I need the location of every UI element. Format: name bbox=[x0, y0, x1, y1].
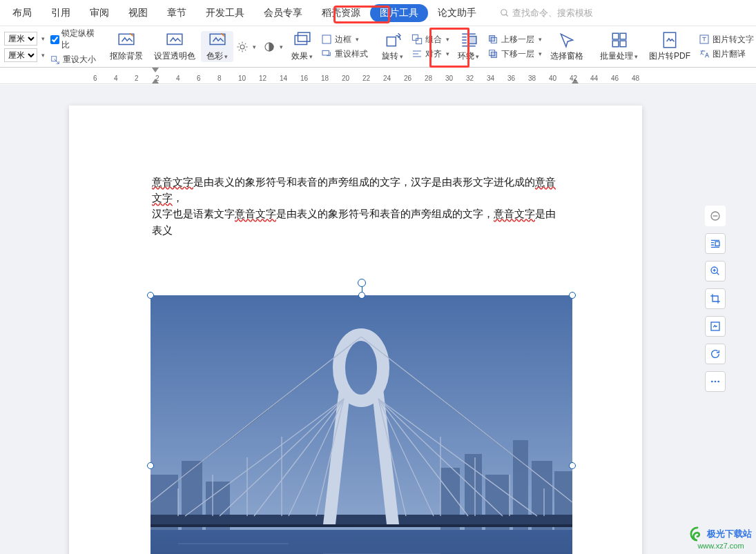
reset-size-button[interactable]: 重设大小 bbox=[50, 54, 96, 66]
forward-icon bbox=[487, 34, 498, 45]
ruler-mark: 32 bbox=[466, 75, 474, 82]
ruler-mark: 2 bbox=[155, 75, 159, 82]
remove-bg-button[interactable]: 抠除背景 bbox=[104, 31, 148, 62]
resize-handle-tl[interactable] bbox=[147, 292, 154, 299]
menu-chapter[interactable]: 章节 bbox=[157, 0, 196, 26]
zoom-icon bbox=[710, 266, 721, 277]
svg-point-6 bbox=[240, 45, 244, 49]
menu-layout[interactable]: 布局 bbox=[3, 0, 41, 26]
bridge-image[interactable] bbox=[151, 295, 572, 554]
ruler-mark: 38 bbox=[528, 75, 536, 82]
lock-ratio-checkbox[interactable]: 锁定纵横比 bbox=[50, 28, 96, 51]
side-more-button[interactable] bbox=[705, 371, 726, 392]
resize-handle-tr[interactable] bbox=[569, 292, 576, 299]
ruler-mark: 18 bbox=[321, 75, 329, 82]
height-unit-select[interactable]: 厘米 bbox=[4, 32, 37, 46]
search-placeholder: 查找命令、搜索模板 bbox=[512, 7, 593, 19]
selection-pane-icon bbox=[558, 31, 576, 49]
side-collapse-button[interactable] bbox=[705, 206, 726, 226]
align-button[interactable]: 对齐▾ bbox=[411, 48, 449, 60]
reset-icon bbox=[710, 348, 721, 359]
border-button[interactable]: 边框▾ bbox=[321, 34, 368, 46]
transparent-color-button[interactable]: 设置透明色 bbox=[148, 31, 201, 62]
side-reset-button[interactable] bbox=[705, 344, 726, 364]
svg-rect-13 bbox=[412, 34, 418, 40]
inserted-image[interactable] bbox=[151, 295, 572, 554]
bring-forward-button[interactable]: 上移一层▾ bbox=[487, 34, 542, 46]
translate-button[interactable]: 图片翻译 bbox=[699, 48, 754, 60]
side-layout-button[interactable] bbox=[705, 233, 726, 254]
watermark-logo-icon bbox=[690, 526, 705, 542]
group-button[interactable]: 组合▾ bbox=[411, 34, 449, 46]
svg-rect-16 bbox=[490, 36, 495, 41]
menu-reference[interactable]: 引用 bbox=[41, 0, 80, 26]
command-search[interactable]: 查找命令、搜索模板 bbox=[500, 7, 593, 19]
resize-handle-r[interactable] bbox=[569, 462, 576, 469]
crop-icon bbox=[710, 293, 721, 304]
ruler-mark: 4 bbox=[176, 75, 180, 82]
width-unit-select[interactable]: 厘米 bbox=[4, 48, 37, 62]
contrast-icon[interactable] bbox=[263, 41, 275, 53]
svg-point-75 bbox=[715, 381, 717, 383]
batch-icon bbox=[610, 31, 628, 49]
brightness-icon[interactable] bbox=[236, 41, 249, 53]
to-pdf-button[interactable]: 图片转PDF bbox=[643, 31, 696, 62]
selection-pane-button[interactable]: 选择窗格 bbox=[545, 31, 589, 62]
watermark-name: 极光下载站 bbox=[707, 528, 752, 540]
group-icon bbox=[411, 34, 423, 45]
color-button[interactable]: 色彩▾ bbox=[201, 31, 233, 62]
search-icon bbox=[500, 8, 510, 18]
svg-rect-20 bbox=[612, 33, 619, 39]
svg-rect-8 bbox=[295, 36, 307, 45]
effects-button[interactable]: 效果▾ bbox=[286, 31, 318, 62]
send-backward-button[interactable]: 下移一层▾ bbox=[487, 48, 542, 60]
reset-style-icon bbox=[321, 48, 332, 59]
resize-handle-t[interactable] bbox=[358, 292, 365, 299]
reset-style-button[interactable]: 重设样式 bbox=[321, 48, 368, 60]
menu-member[interactable]: 会员专享 bbox=[254, 0, 312, 26]
watermark-url: www.xz7.com bbox=[697, 542, 744, 550]
menu-paper-helper[interactable]: 论文助手 bbox=[428, 0, 486, 26]
transparent-icon bbox=[166, 31, 184, 49]
svg-rect-15 bbox=[469, 37, 476, 44]
remove-bg-icon bbox=[117, 31, 135, 49]
ruler-mark: 4 bbox=[114, 75, 118, 82]
menu-docer[interactable]: 稻壳资源 bbox=[312, 0, 370, 26]
menu-review[interactable]: 审阅 bbox=[80, 0, 119, 26]
rotate-handle[interactable] bbox=[358, 279, 366, 287]
rotate-button[interactable]: 旋转▾ bbox=[376, 31, 409, 62]
svg-rect-14 bbox=[416, 39, 422, 44]
wrap-button[interactable]: 环绕▾ bbox=[452, 31, 485, 62]
svg-line-70 bbox=[717, 273, 719, 275]
ribbon-toolbar: 厘米▾ 厘米▾ 锁定纵横比 重设大小 抠除背景 设置透明色 色彩▾ ▾ ▾ 效果… bbox=[0, 26, 756, 68]
menu-devtools[interactable]: 开发工具 bbox=[196, 0, 254, 26]
ruler-mark: 34 bbox=[487, 75, 494, 82]
side-compress-button[interactable] bbox=[705, 316, 726, 337]
ruler-mark: 22 bbox=[362, 75, 370, 82]
to-text-button[interactable]: 图片转文字 bbox=[699, 34, 754, 46]
ruler-mark: 2 bbox=[135, 75, 139, 82]
color-icon bbox=[209, 31, 226, 49]
paragraph-2[interactable]: 汉字也是语素文字意音文字是由表义的象形符号和表音的声旁组成的文字，意音文字是由表… bbox=[152, 206, 559, 238]
paragraph-1[interactable]: 意音文字是由表义的象形符号和表音的声旁组成的文字，汉字是由表形文字进化成的意音文… bbox=[152, 175, 559, 206]
side-crop-button[interactable] bbox=[705, 288, 726, 309]
horizontal-ruler[interactable]: 6422468101214161820222426283032343638404… bbox=[0, 68, 756, 84]
side-zoom-button[interactable] bbox=[705, 261, 726, 281]
svg-point-74 bbox=[711, 381, 713, 383]
indent-first-line[interactable] bbox=[152, 68, 159, 72]
border-icon bbox=[321, 34, 332, 45]
ruler-mark: 6 bbox=[93, 75, 97, 82]
backward-icon bbox=[487, 48, 498, 59]
effects-icon bbox=[293, 31, 311, 49]
svg-rect-39 bbox=[151, 515, 572, 524]
svg-rect-9 bbox=[298, 32, 309, 41]
side-toolbar bbox=[705, 206, 727, 392]
menu-picture-tools[interactable]: 图片工具 bbox=[370, 4, 428, 22]
page-content[interactable]: 意音文字是由表义的象形符号和表音的声旁组成的文字，汉字是由表形文字进化成的意音文… bbox=[69, 106, 642, 239]
batch-button[interactable]: 批量处理▾ bbox=[594, 31, 643, 62]
more-icon bbox=[710, 376, 721, 387]
menu-view[interactable]: 视图 bbox=[119, 0, 157, 26]
translate-icon bbox=[699, 48, 710, 59]
align-icon bbox=[411, 48, 423, 59]
resize-handle-l[interactable] bbox=[147, 462, 154, 469]
